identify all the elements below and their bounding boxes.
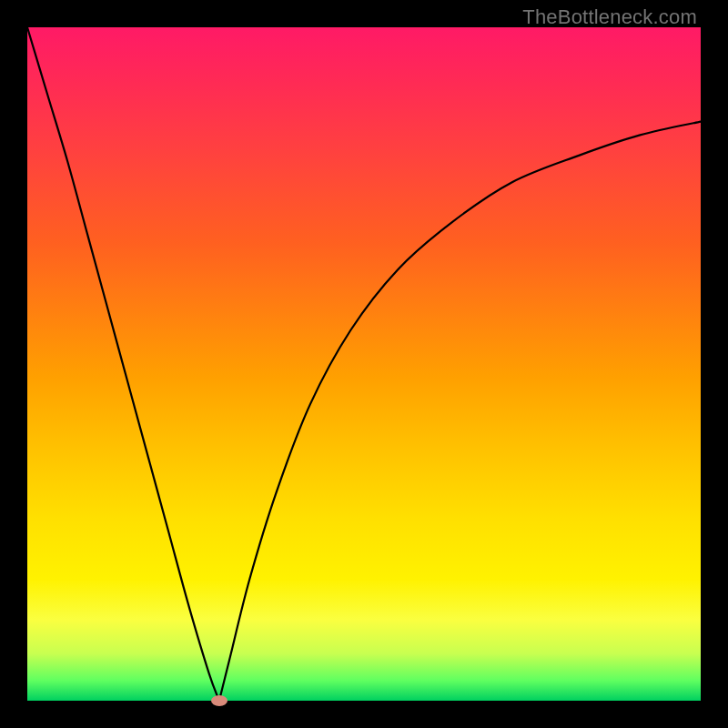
chart-frame: TheBottleneck.com: [0, 0, 728, 728]
right-branch-line: [219, 122, 701, 701]
optimal-point-marker: [211, 695, 228, 706]
left-branch-line: [27, 27, 219, 701]
watermark-text: TheBottleneck.com: [522, 5, 697, 29]
plot-area: [27, 27, 701, 701]
curve-layer: [27, 27, 701, 701]
